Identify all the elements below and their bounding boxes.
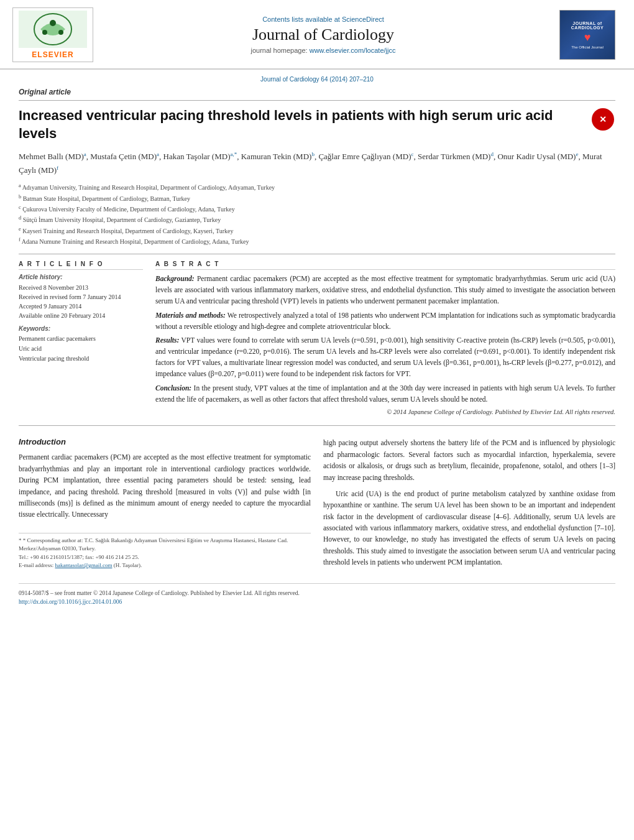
article-history-label: Article history: [19,274,143,280]
email-link[interactable]: hakantasolar@gmail.com [55,562,112,568]
available-date: Available online 20 February 2014 [19,312,105,319]
journal-homepage-label: journal homepage: [251,47,308,54]
article-info-header: A R T I C L E I N F O [19,261,143,270]
accepted-date: Accepted 9 January 2014 [19,303,81,310]
affiliations: a Adıyaman University, Training and Rese… [19,182,615,246]
results-text: VPT values were found to correlate with … [155,336,615,377]
journal-homepage: journal homepage: www.elsevier.com/locat… [251,47,396,54]
journal-homepage-url[interactable]: www.elsevier.com/locate/jjcc [310,47,396,54]
article-history-content: Received 8 November 2013 Received in rev… [19,283,143,320]
svg-point-3 [42,30,47,35]
cover-subtitle: The Official Journal [571,45,604,49]
corresponding-note: * * Corresponding author at: T.C. Sağlık… [19,533,311,570]
abstract-col: A B S T R A C T Background: Permanent ca… [155,261,615,415]
introduction-title: Introduction [19,437,311,446]
article-info-col: A R T I C L E I N F O Article history: R… [19,261,143,415]
star-marker: * [19,537,22,543]
elsevier-label: ELSEVIER [19,50,87,59]
affiliation-c: c Çukurova University Faculty of Medicin… [19,204,615,214]
cover-journal-label: JOURNAL ofCARDIOLOGY [571,21,604,30]
elsevier-art-icon [19,11,87,48]
svg-point-4 [58,30,63,35]
revised-date: Received in revised form 7 January 2014 [19,293,121,300]
abstract-header: A B S T R A C T [155,261,615,270]
crossmark-logo[interactable]: ✕ [590,107,615,132]
keyword-2: Uric acid [19,345,42,352]
svg-point-2 [50,20,56,26]
affiliation-b: b Batman State Hospital, Department of C… [19,193,615,203]
corresponding-text: * Corresponding author at: T.C. Sağlık B… [19,537,288,552]
journal-title: Journal of Cardiology [252,25,394,44]
elsevier-logo: ELSEVIER [19,11,87,59]
keyword-1: Permanent cardiac pacemakers [19,335,96,342]
title-section: Increased ventricular pacing threshold l… [19,107,615,142]
page-footer: 0914-5087/$ – see front matter © 2014 Ja… [19,583,615,605]
divider-2 [19,425,615,426]
email-label: E-mail address: [19,562,53,568]
article-title: Increased ventricular pacing threshold l… [19,107,584,142]
abstract-background: Background: Permanent cardiac pacemakers… [155,274,615,307]
keywords-label: Keywords: [19,325,143,332]
body-section: Introduction Permanent cardiac pacemaker… [19,432,615,573]
conclusion-text: In the present study, VPT values at the … [155,384,615,403]
crossmark-icon: ✕ [592,108,614,131]
body-col-right: high pacing output adversely shortens th… [323,437,615,573]
intro-para-3: Uric acid (UA) is the end product of pur… [323,488,615,568]
header: ELSEVIER Contents lists available at Sci… [0,0,634,70]
intro-para-1: Permanent cardiac pacemakers (PCM) are a… [19,451,311,520]
doi-link[interactable]: http://dx.doi.org/10.1016/j.jjcc.2014.01… [19,599,615,605]
abstract-methods: Materials and methods: We retrospectivel… [155,310,615,333]
body-col-left: Introduction Permanent cardiac pacemaker… [19,437,311,573]
journal-header-center: Contents lists available at ScienceDirec… [99,7,547,62]
results-label: Results: [155,336,179,344]
introduction-text-right: high pacing output adversely shortens th… [323,437,615,568]
abstract-results: Results: VPT values were found to correl… [155,335,615,379]
methods-label: Materials and methods: [155,312,226,319]
sciencedirect-link[interactable]: Contents lists available at ScienceDirec… [262,16,384,23]
email-line: E-mail address: hakantasolar@gmail.com (… [19,561,311,570]
affiliation-f: f Adana Numune Training and Research Hos… [19,236,615,246]
cover-heart-icon: ♥ [584,31,591,44]
affiliation-a: a Adıyaman University, Training and Rese… [19,182,615,192]
intro-para-2: high pacing output adversely shortens th… [323,437,615,483]
journal-cover-image: JOURNAL ofCARDIOLOGY ♥ The Official Jour… [559,10,615,60]
pii-info: 0914-5087/$ – see front matter © 2014 Ja… [19,589,615,598]
keyword-3: Ventricular pacing threshold [19,355,89,362]
article-type: Original article [19,88,615,101]
introduction-text-left: Permanent cardiac pacemakers (PCM) are a… [19,451,311,520]
abstract-conclusion: Conclusion: In the present study, VPT va… [155,383,615,405]
content-area: Journal of Cardiology 64 (2014) 207–210 … [0,70,634,617]
elsevier-logo-box: ELSEVIER [12,7,93,62]
affiliation-d: d Sütçü İmam University Hospital, Depart… [19,215,615,224]
page: ELSEVIER Contents lists available at Sci… [0,0,634,840]
background-label: Background: [155,275,195,282]
divider-1 [19,254,615,254]
copyright: © 2014 Japanese College of Cardiology. P… [155,408,615,415]
abstract-text: Background: Permanent cardiac pacemakers… [155,274,615,405]
received-date: Received 8 November 2013 [19,284,88,291]
email-name: (H. Taşolar). [114,562,142,568]
volume-info: Journal of Cardiology 64 (2014) 207–210 [19,76,615,83]
corresponding-author-note: * * Corresponding author at: T.C. Sağlık… [19,537,311,553]
tel-fax: Tel.: +90 416 2161015/1387; fax: +90 416… [19,553,311,562]
authors: Mehmet Ballı (MD)a, Mustafa Çetin (MD)a,… [19,150,615,177]
background-text: Permanent cardiac pacemakers (PCM) are a… [155,275,615,305]
conclusion-label: Conclusion: [155,384,191,392]
affiliation-e: e Kayseri Training and Research Hospital… [19,226,615,236]
info-abstract-section: A R T I C L E I N F O Article history: R… [19,261,615,415]
keywords-list: Permanent cardiac pacemakers Uric acid V… [19,334,143,364]
journal-cover-area: JOURNAL ofCARDIOLOGY ♥ The Official Jour… [553,7,622,62]
